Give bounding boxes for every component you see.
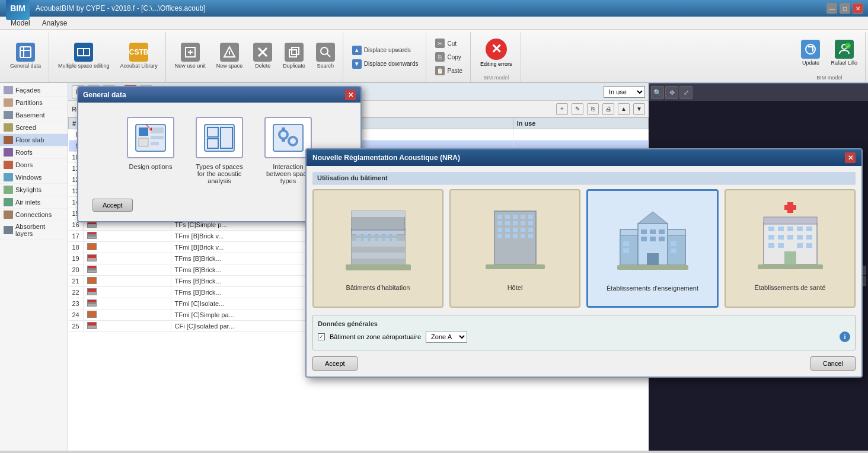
- ref-btn-edit[interactable]: ✎: [572, 103, 583, 115]
- paste-label: Paste: [447, 68, 462, 74]
- svg-rect-52: [139, 138, 148, 146]
- nra-info-icon[interactable]: i: [840, 331, 850, 342]
- ref-btn-down[interactable]: ▼: [633, 103, 645, 115]
- sidebar-item-doors[interactable]: Doors: [0, 159, 68, 171]
- svg-rect-0: [20, 47, 31, 58]
- sidebar-item-basement[interactable]: Basement: [0, 109, 68, 122]
- editing-errors-button[interactable]: ✕ Editing errors: [476, 32, 517, 74]
- sidebar-item-screed[interactable]: Screed: [0, 122, 68, 134]
- interaction-icon: [264, 117, 312, 158]
- windows-icon: [4, 173, 13, 181]
- ref-btn-print[interactable]: 🖨: [602, 103, 614, 115]
- ribbon-group-clipboard: ✂ Cut ⎘ Copy 📋 Paste: [427, 32, 471, 82]
- sidebar-item-absorbent[interactable]: Absorbent layers: [0, 221, 68, 240]
- cut-button[interactable]: ✂ Cut: [431, 37, 467, 50]
- ref-btn-add[interactable]: +: [556, 103, 568, 115]
- nra-title: Nouvelle Réglamentation Acoustique (NRA): [312, 154, 460, 162]
- menu-model[interactable]: Model: [5, 18, 36, 28]
- nra-card-hotel[interactable]: Hôtel: [449, 189, 580, 308]
- row-icon-cell: [83, 253, 171, 264]
- svg-rect-4: [84, 49, 90, 56]
- nra-zone-row: Bâtiment en zone aéroportuaire Zone A Zo…: [318, 331, 850, 343]
- nra-close-btn[interactable]: ✕: [845, 152, 856, 163]
- sidebar-label-facades: Façades: [15, 87, 40, 94]
- new-use-unit-button[interactable]: New use unit: [171, 35, 210, 76]
- nra-icon-hotel: [474, 196, 557, 279]
- user-button[interactable]: ✓ Rafael Lillo: [826, 32, 861, 74]
- svg-rect-72: [352, 247, 405, 253]
- ribbon-spacer: [522, 32, 793, 82]
- update-button[interactable]: Update: [797, 32, 824, 74]
- svg-rect-77: [371, 232, 375, 235]
- in-use-select[interactable]: In use: [604, 86, 645, 98]
- facades-icon: [4, 86, 13, 94]
- copy-button[interactable]: ⎘ Copy: [431, 50, 467, 63]
- nra-card-sante[interactable]: Établissements de santé: [725, 189, 856, 308]
- dialog-nra[interactable]: Nouvelle Réglamentation Acoustique (NRA)…: [305, 148, 863, 378]
- nra-card-enseignement[interactable]: Établissements d'enseignement: [586, 189, 719, 308]
- row-icon-cell: [83, 264, 171, 276]
- svg-marker-116: [638, 212, 668, 224]
- dialog-general-data-close[interactable]: ✕: [345, 90, 356, 100]
- general-data-button[interactable]: General data: [6, 35, 45, 76]
- minimize-button[interactable]: —: [826, 3, 837, 14]
- acoubat-library-button[interactable]: CSTB Acoubat Library: [116, 35, 162, 76]
- ribbon-errors-group-label: BIM model: [483, 74, 509, 82]
- sidebar-item-roofs[interactable]: Roofs: [0, 146, 68, 159]
- sidebar-item-floor[interactable]: Floor slab: [0, 134, 68, 146]
- sidebar: Façades Partitions Basement Screed Floor…: [0, 83, 68, 451]
- nra-accept-button[interactable]: Accept: [312, 356, 358, 371]
- rafael-lillo-label: Rafael Lillo: [831, 60, 857, 66]
- svg-rect-78: [378, 232, 382, 235]
- sidebar-item-skylights[interactable]: Skylights: [0, 184, 68, 196]
- svg-rect-130: [764, 217, 817, 224]
- multiple-space-button[interactable]: Multiple space editing: [54, 35, 114, 76]
- close-button[interactable]: ✕: [853, 3, 863, 14]
- sidebar-label-basement: Basement: [15, 111, 45, 119]
- nra-cancel-button[interactable]: Cancel: [810, 356, 856, 371]
- sidebar-item-windows[interactable]: Windows: [0, 171, 68, 184]
- dialog-accept-button[interactable]: Accept: [92, 199, 133, 212]
- search-label: Search: [317, 63, 334, 69]
- nra-zone-select[interactable]: Zone A Zone B Zone C Zone D: [426, 331, 467, 343]
- ref-btn-up[interactable]: ▲: [618, 103, 630, 115]
- design-options-label: Design options: [129, 163, 173, 170]
- ribbon-group-items-displace: ▲ Displace upwards ▼ Displace downwards: [348, 32, 423, 82]
- 3d-btn-pan[interactable]: ✥: [665, 86, 678, 99]
- paste-button[interactable]: 📋 Paste: [431, 64, 467, 77]
- sidebar-item-facades[interactable]: Façades: [0, 84, 68, 97]
- copy-icon: ⎘: [435, 52, 445, 62]
- search-button[interactable]: Search: [312, 35, 339, 76]
- nra-card-habitation[interactable]: Bâtiments d'habitation: [312, 189, 443, 308]
- svg-rect-144: [778, 243, 784, 248]
- svg-rect-127: [647, 253, 659, 265]
- app-title: AcoubatBIM by CYPE - v2018.f - [C:\...\O…: [36, 4, 206, 12]
- interaction-label: Interaction between space types: [264, 163, 312, 184]
- svg-rect-94: [521, 215, 525, 219]
- dialog-option-spaces[interactable]: Types of spaces for the acoustic analysi…: [191, 112, 248, 189]
- user-icon: ✓: [835, 40, 854, 59]
- sidebar-item-partitions[interactable]: Partitions: [0, 97, 68, 109]
- displace-upwards-button[interactable]: ▲ Displace upwards: [348, 44, 423, 57]
- 3d-btn-zoom[interactable]: 🔍: [651, 86, 664, 99]
- svg-rect-93: [513, 215, 518, 219]
- sidebar-item-connections[interactable]: Connections: [0, 209, 68, 221]
- sidebar-item-airinlets[interactable]: Air inlets: [0, 196, 68, 209]
- nra-zone-checkbox[interactable]: [318, 333, 325, 340]
- displace-downwards-button[interactable]: ▼ Displace downwards: [348, 58, 423, 71]
- svg-rect-107: [505, 234, 510, 238]
- new-space-button[interactable]: New space: [212, 35, 247, 76]
- general-data-label: General data: [10, 63, 41, 69]
- 3d-btn-resize[interactable]: ⤢: [679, 86, 693, 99]
- dialog-option-design[interactable]: Design options: [122, 112, 179, 189]
- menu-analyse[interactable]: Analyse: [36, 18, 74, 28]
- duplicate-button[interactable]: Duplicate: [279, 35, 309, 76]
- nra-icon-sante: [749, 196, 832, 279]
- svg-point-65: [290, 138, 296, 144]
- svg-rect-104: [521, 228, 525, 232]
- maximize-button[interactable]: □: [840, 3, 850, 14]
- sidebar-label-absorbent: Absorbent layers: [15, 223, 64, 237]
- delete-button[interactable]: Delete: [249, 35, 276, 76]
- ref-btn-copy2[interactable]: ⎘: [587, 103, 599, 115]
- sidebar-label-roofs: Roofs: [15, 149, 33, 156]
